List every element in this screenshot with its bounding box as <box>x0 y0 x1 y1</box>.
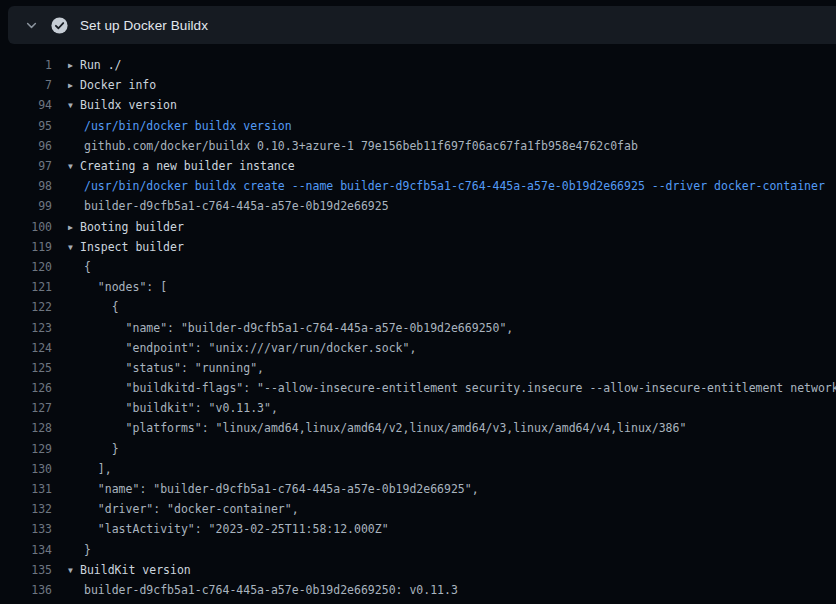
line-text[interactable]: Run ./ <box>80 58 122 72</box>
line-content: "nodes": [ <box>68 280 167 294</box>
line-text: { <box>84 300 119 314</box>
log-line: 124 "endpoint": "unix:///var/run/docker.… <box>0 338 836 358</box>
step-header[interactable]: Set up Docker Buildx <box>8 6 836 44</box>
chevron-down-icon[interactable] <box>22 19 40 32</box>
line-text[interactable]: Inspect builder <box>80 240 184 254</box>
log-line: 119 ▼Inspect builder <box>0 237 836 257</box>
line-text: github.com/docker/buildx 0.10.3+azure-1 … <box>84 139 638 153</box>
line-content: "endpoint": "unix:///var/run/docker.sock… <box>68 341 416 355</box>
log-line: 122 { <box>0 297 836 317</box>
group-toggle-icon[interactable]: ▶ <box>68 81 80 90</box>
log-line: 126 "buildkitd-flags": "--allow-insecure… <box>0 378 836 398</box>
line-content: "name": "builder-d9cfb5a1-c764-445a-a57e… <box>68 321 513 335</box>
line-content: ▶Booting builder <box>68 220 184 234</box>
line-number[interactable]: 126 <box>0 381 52 395</box>
line-number[interactable]: 95 <box>0 119 52 133</box>
line-number[interactable]: 122 <box>0 300 52 314</box>
line-content: "platforms": "linux/amd64,linux/amd64/v2… <box>68 421 686 435</box>
log-line: 135 ▼BuildKit version <box>0 560 836 580</box>
line-number[interactable]: 119 <box>0 240 52 254</box>
group-toggle-icon[interactable]: ▼ <box>68 243 80 252</box>
line-number[interactable]: 125 <box>0 361 52 375</box>
line-number[interactable]: 130 <box>0 462 52 476</box>
line-number[interactable]: 123 <box>0 321 52 335</box>
line-content: "status": "running", <box>68 361 264 375</box>
line-number[interactable]: 124 <box>0 341 52 355</box>
line-number[interactable]: 133 <box>0 522 52 536</box>
line-number[interactable]: 121 <box>0 280 52 294</box>
line-text[interactable]: Docker info <box>80 78 156 92</box>
log-line: 131 "name": "builder-d9cfb5a1-c764-445a-… <box>0 479 836 499</box>
log-line: 134 } <box>0 540 836 560</box>
log-line: 94 ▼Buildx version <box>0 95 836 115</box>
line-number[interactable]: 134 <box>0 543 52 557</box>
line-text: "buildkitd-flags": "--allow-insecure-ent… <box>84 381 836 395</box>
line-text: "nodes": [ <box>84 280 167 294</box>
line-content: "name": "builder-d9cfb5a1-c764-445a-a57e… <box>68 482 479 496</box>
line-text: "endpoint": "unix:///var/run/docker.sock… <box>84 341 416 355</box>
line-content: ▼BuildKit version <box>68 563 191 577</box>
line-number[interactable]: 96 <box>0 139 52 153</box>
line-number[interactable]: 132 <box>0 502 52 516</box>
line-text: builder-d9cfb5a1-c764-445a-a57e-0b19d2e6… <box>84 583 458 597</box>
line-content: { <box>68 260 91 274</box>
line-number[interactable]: 99 <box>0 199 52 213</box>
log-line: 97 ▼Creating a new builder instance <box>0 156 836 176</box>
line-number[interactable]: 97 <box>0 159 52 173</box>
log-line: 136 builder-d9cfb5a1-c764-445a-a57e-0b19… <box>0 580 836 600</box>
log-line: 125 "status": "running", <box>0 358 836 378</box>
line-content: ], <box>68 462 112 476</box>
line-number[interactable]: 7 <box>0 78 52 92</box>
log-line: 127 "buildkit": "v0.11.3", <box>0 398 836 418</box>
line-text: ], <box>84 462 112 476</box>
line-number[interactable]: 1 <box>0 58 52 72</box>
line-content: ▼Buildx version <box>68 98 177 112</box>
line-text: /usr/bin/docker buildx create --name bui… <box>84 179 825 193</box>
line-content: } <box>68 442 119 456</box>
line-text[interactable]: Booting builder <box>80 220 184 234</box>
log-line: 120 { <box>0 257 836 277</box>
log-line: 133 "lastActivity": "2023-02-25T11:58:12… <box>0 519 836 539</box>
log-line: 7 ▶Docker info <box>0 75 836 95</box>
group-toggle-icon[interactable]: ▶ <box>68 223 80 232</box>
line-text: "lastActivity": "2023-02-25T11:58:12.000… <box>84 522 389 536</box>
line-number[interactable]: 98 <box>0 179 52 193</box>
line-content: "buildkitd-flags": "--allow-insecure-ent… <box>68 381 836 395</box>
line-number[interactable]: 129 <box>0 442 52 456</box>
line-number[interactable]: 120 <box>0 260 52 274</box>
line-content: ▶Run ./ <box>68 58 122 72</box>
line-text: "name": "builder-d9cfb5a1-c764-445a-a57e… <box>84 482 479 496</box>
line-number[interactable]: 100 <box>0 220 52 234</box>
group-toggle-icon[interactable]: ▼ <box>68 162 80 171</box>
log: 1 ▶Run ./ 7 ▶Docker info 94 ▼Buildx vers… <box>0 55 836 604</box>
line-content: builder-d9cfb5a1-c764-445a-a57e-0b19d2e6… <box>68 583 458 597</box>
line-text: { <box>84 260 91 274</box>
log-line: 129 } <box>0 439 836 459</box>
line-text[interactable]: BuildKit version <box>80 563 191 577</box>
line-content: ▼Creating a new builder instance <box>68 159 295 173</box>
log-line: 96 github.com/docker/buildx 0.10.3+azure… <box>0 136 836 156</box>
group-toggle-icon[interactable]: ▼ <box>68 101 80 110</box>
line-number[interactable]: 131 <box>0 482 52 496</box>
group-toggle-icon[interactable]: ▶ <box>68 61 80 70</box>
line-content: ▶Docker info <box>68 78 156 92</box>
group-toggle-icon[interactable]: ▼ <box>68 566 80 575</box>
line-content: { <box>68 300 119 314</box>
line-text: } <box>84 543 91 557</box>
log-line: 128 "platforms": "linux/amd64,linux/amd6… <box>0 418 836 438</box>
line-number[interactable]: 136 <box>0 583 52 597</box>
line-number[interactable]: 127 <box>0 401 52 415</box>
line-content: /usr/bin/docker buildx version <box>68 119 292 133</box>
line-text[interactable]: Creating a new builder instance <box>80 159 295 173</box>
line-content: "buildkit": "v0.11.3", <box>68 401 278 415</box>
line-content: builder-d9cfb5a1-c764-445a-a57e-0b19d2e6… <box>68 199 389 213</box>
line-number[interactable]: 135 <box>0 563 52 577</box>
line-text: "platforms": "linux/amd64,linux/amd64/v2… <box>84 421 686 435</box>
line-number[interactable]: 94 <box>0 98 52 112</box>
line-text: } <box>84 442 119 456</box>
line-text: "status": "running", <box>84 361 264 375</box>
line-content: "driver": "docker-container", <box>68 502 299 516</box>
line-content: ▼Inspect builder <box>68 240 184 254</box>
line-text[interactable]: Buildx version <box>80 98 177 112</box>
line-number[interactable]: 128 <box>0 421 52 435</box>
